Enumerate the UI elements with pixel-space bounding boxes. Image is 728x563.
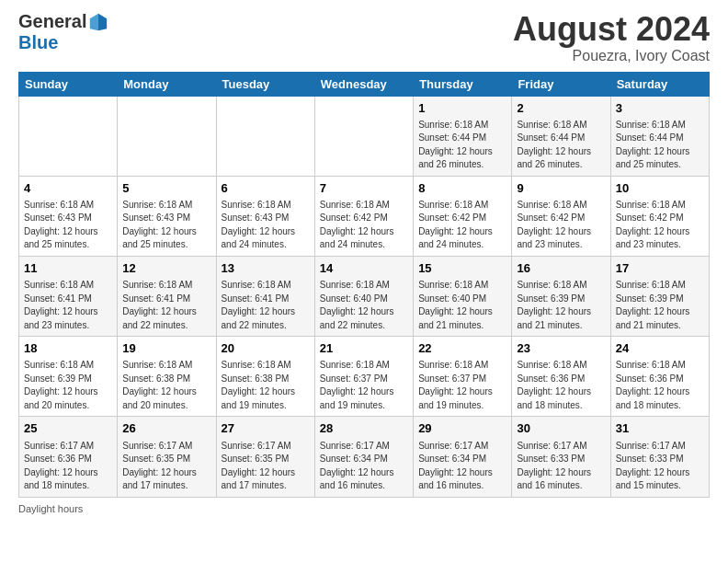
- day-info: Sunrise: 6:17 AM Sunset: 6:34 PM Dayligh…: [418, 440, 506, 493]
- day-number: 6: [222, 180, 310, 197]
- calendar-day-cell: [19, 96, 118, 176]
- calendar-day-cell: 4Sunrise: 6:18 AM Sunset: 6:43 PM Daylig…: [19, 176, 118, 256]
- calendar-day-cell: 9Sunrise: 6:18 AM Sunset: 6:42 PM Daylig…: [512, 176, 610, 256]
- day-number: 3: [616, 100, 704, 117]
- header: General Blue August 2024 Pouezra, Ivory …: [0, 0, 728, 72]
- day-number: 23: [517, 340, 605, 357]
- day-number: 16: [517, 260, 605, 277]
- day-info: Sunrise: 6:18 AM Sunset: 6:42 PM Dayligh…: [320, 199, 408, 252]
- day-info: Sunrise: 6:18 AM Sunset: 6:43 PM Dayligh…: [24, 199, 112, 252]
- calendar-day-cell: 8Sunrise: 6:18 AM Sunset: 6:42 PM Daylig…: [414, 176, 512, 256]
- day-number: 14: [320, 260, 408, 277]
- day-info: Sunrise: 6:18 AM Sunset: 6:37 PM Dayligh…: [418, 359, 506, 412]
- main-title: August 2024: [513, 11, 710, 48]
- calendar-header-day: Thursday: [414, 72, 512, 96]
- day-number: 25: [24, 420, 112, 437]
- calendar-day-cell: 6Sunrise: 6:18 AM Sunset: 6:43 PM Daylig…: [216, 176, 314, 256]
- day-number: 31: [616, 420, 704, 437]
- day-number: 4: [24, 180, 112, 197]
- calendar-day-cell: 3Sunrise: 6:18 AM Sunset: 6:44 PM Daylig…: [610, 96, 709, 176]
- calendar-day-cell: 19Sunrise: 6:18 AM Sunset: 6:38 PM Dayli…: [118, 337, 216, 417]
- calendar-day-cell: 5Sunrise: 6:18 AM Sunset: 6:43 PM Daylig…: [118, 176, 216, 256]
- calendar-day-cell: 20Sunrise: 6:18 AM Sunset: 6:38 PM Dayli…: [216, 337, 314, 417]
- day-number: 2: [517, 100, 605, 117]
- day-info: Sunrise: 6:18 AM Sunset: 6:41 PM Dayligh…: [122, 279, 210, 332]
- day-info: Sunrise: 6:17 AM Sunset: 6:35 PM Dayligh…: [122, 440, 210, 493]
- day-number: 11: [24, 260, 112, 277]
- day-number: 9: [517, 180, 605, 197]
- calendar-day-cell: 21Sunrise: 6:18 AM Sunset: 6:37 PM Dayli…: [314, 337, 413, 417]
- calendar-day-cell: 25Sunrise: 6:17 AM Sunset: 6:36 PM Dayli…: [19, 417, 118, 497]
- day-info: Sunrise: 6:18 AM Sunset: 6:43 PM Dayligh…: [122, 199, 210, 252]
- calendar-day-cell: [314, 96, 413, 176]
- calendar-header-day: Saturday: [610, 72, 709, 96]
- calendar-day-cell: 11Sunrise: 6:18 AM Sunset: 6:41 PM Dayli…: [19, 256, 118, 336]
- calendar-week-row: 1Sunrise: 6:18 AM Sunset: 6:44 PM Daylig…: [19, 96, 710, 176]
- footer: Daylight hours: [0, 498, 728, 520]
- sub-title: Pouezra, Ivory Coast: [513, 48, 710, 64]
- calendar-day-cell: 30Sunrise: 6:17 AM Sunset: 6:33 PM Dayli…: [512, 417, 610, 497]
- day-number: 18: [24, 340, 112, 357]
- day-number: 7: [320, 180, 408, 197]
- day-number: 20: [222, 340, 310, 357]
- day-number: 10: [616, 180, 704, 197]
- day-number: 8: [418, 180, 506, 197]
- calendar-day-cell: 7Sunrise: 6:18 AM Sunset: 6:42 PM Daylig…: [314, 176, 413, 256]
- logo-general-text: General: [18, 11, 86, 32]
- calendar-header-day: Friday: [512, 72, 610, 96]
- day-number: 12: [122, 260, 210, 277]
- footer-text: Daylight hours: [18, 503, 83, 514]
- day-number: 28: [320, 420, 408, 437]
- day-info: Sunrise: 6:18 AM Sunset: 6:39 PM Dayligh…: [24, 359, 112, 412]
- day-info: Sunrise: 6:17 AM Sunset: 6:33 PM Dayligh…: [616, 440, 704, 493]
- calendar-day-cell: 13Sunrise: 6:18 AM Sunset: 6:41 PM Dayli…: [216, 256, 314, 336]
- calendar-week-row: 11Sunrise: 6:18 AM Sunset: 6:41 PM Dayli…: [19, 256, 710, 336]
- calendar-day-cell: 28Sunrise: 6:17 AM Sunset: 6:34 PM Dayli…: [314, 417, 413, 497]
- title-block: August 2024 Pouezra, Ivory Coast: [513, 11, 710, 64]
- day-number: 13: [222, 260, 310, 277]
- day-info: Sunrise: 6:18 AM Sunset: 6:44 PM Dayligh…: [418, 119, 506, 172]
- day-info: Sunrise: 6:18 AM Sunset: 6:38 PM Dayligh…: [122, 359, 210, 412]
- calendar-day-cell: [118, 96, 216, 176]
- calendar-header-day: Tuesday: [216, 72, 314, 96]
- calendar-day-cell: 23Sunrise: 6:18 AM Sunset: 6:36 PM Dayli…: [512, 337, 610, 417]
- day-number: 27: [222, 420, 310, 437]
- calendar-day-cell: 1Sunrise: 6:18 AM Sunset: 6:44 PM Daylig…: [414, 96, 512, 176]
- day-info: Sunrise: 6:18 AM Sunset: 6:43 PM Dayligh…: [222, 199, 310, 252]
- calendar-week-row: 25Sunrise: 6:17 AM Sunset: 6:36 PM Dayli…: [19, 417, 710, 497]
- day-info: Sunrise: 6:18 AM Sunset: 6:44 PM Dayligh…: [616, 119, 704, 172]
- calendar-week-row: 18Sunrise: 6:18 AM Sunset: 6:39 PM Dayli…: [19, 337, 710, 417]
- calendar-day-cell: 26Sunrise: 6:17 AM Sunset: 6:35 PM Dayli…: [118, 417, 216, 497]
- calendar-day-cell: 18Sunrise: 6:18 AM Sunset: 6:39 PM Dayli…: [19, 337, 118, 417]
- logo: General Blue: [18, 11, 108, 53]
- calendar-day-cell: [216, 96, 314, 176]
- calendar-day-cell: 12Sunrise: 6:18 AM Sunset: 6:41 PM Dayli…: [118, 256, 216, 336]
- day-info: Sunrise: 6:18 AM Sunset: 6:37 PM Dayligh…: [320, 359, 408, 412]
- day-info: Sunrise: 6:18 AM Sunset: 6:41 PM Dayligh…: [24, 279, 112, 332]
- day-info: Sunrise: 6:18 AM Sunset: 6:38 PM Dayligh…: [222, 359, 310, 412]
- day-number: 19: [122, 340, 210, 357]
- day-info: Sunrise: 6:17 AM Sunset: 6:36 PM Dayligh…: [24, 440, 112, 493]
- logo-icon: [88, 12, 108, 32]
- calendar-day-cell: 17Sunrise: 6:18 AM Sunset: 6:39 PM Dayli…: [610, 256, 709, 336]
- calendar-day-cell: 10Sunrise: 6:18 AM Sunset: 6:42 PM Dayli…: [610, 176, 709, 256]
- day-info: Sunrise: 6:18 AM Sunset: 6:40 PM Dayligh…: [320, 279, 408, 332]
- calendar-header-row: SundayMondayTuesdayWednesdayThursdayFrid…: [19, 72, 710, 96]
- day-number: 26: [122, 420, 210, 437]
- calendar-day-cell: 27Sunrise: 6:17 AM Sunset: 6:35 PM Dayli…: [216, 417, 314, 497]
- calendar-day-cell: 22Sunrise: 6:18 AM Sunset: 6:37 PM Dayli…: [414, 337, 512, 417]
- logo-blue-text: Blue: [18, 32, 108, 53]
- day-info: Sunrise: 6:17 AM Sunset: 6:35 PM Dayligh…: [222, 440, 310, 493]
- day-info: Sunrise: 6:18 AM Sunset: 6:41 PM Dayligh…: [222, 279, 310, 332]
- calendar-day-cell: 2Sunrise: 6:18 AM Sunset: 6:44 PM Daylig…: [512, 96, 610, 176]
- day-info: Sunrise: 6:18 AM Sunset: 6:42 PM Dayligh…: [616, 199, 704, 252]
- day-info: Sunrise: 6:18 AM Sunset: 6:42 PM Dayligh…: [418, 199, 506, 252]
- day-number: 5: [122, 180, 210, 197]
- day-info: Sunrise: 6:17 AM Sunset: 6:34 PM Dayligh…: [320, 440, 408, 493]
- calendar-day-cell: 24Sunrise: 6:18 AM Sunset: 6:36 PM Dayli…: [610, 337, 709, 417]
- day-number: 29: [418, 420, 506, 437]
- calendar-week-row: 4Sunrise: 6:18 AM Sunset: 6:43 PM Daylig…: [19, 176, 710, 256]
- day-info: Sunrise: 6:18 AM Sunset: 6:40 PM Dayligh…: [418, 279, 506, 332]
- day-number: 1: [418, 100, 506, 117]
- calendar-day-cell: 15Sunrise: 6:18 AM Sunset: 6:40 PM Dayli…: [414, 256, 512, 336]
